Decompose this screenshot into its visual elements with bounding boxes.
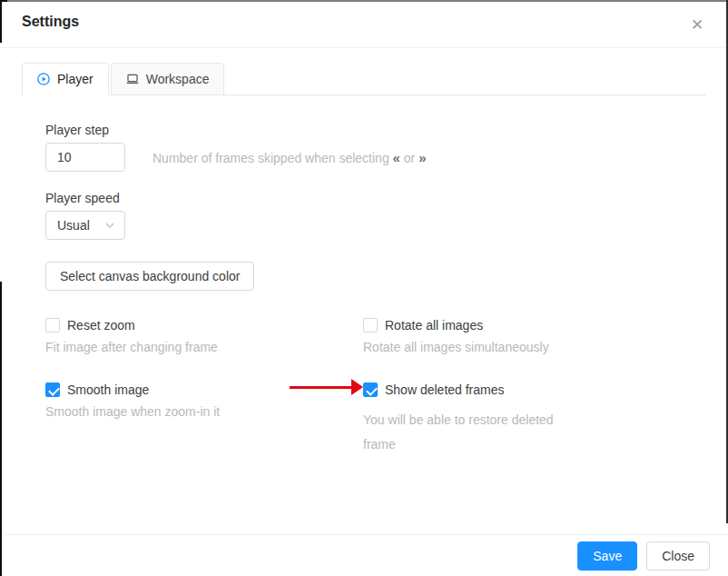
- rotate-all-images-checkbox[interactable]: [363, 318, 378, 333]
- player-speed-label: Player speed: [45, 191, 683, 205]
- settings-modal: { "window": { "title": "Settings" }, "he…: [0, 0, 728, 576]
- select-canvas-background-color-button[interactable]: Select canvas background color: [45, 262, 254, 291]
- forward-step-icon: »: [418, 150, 426, 165]
- rotate-all-images-label: Rotate all images: [385, 318, 483, 333]
- annotation-arrow-icon: [290, 379, 363, 395]
- show-deleted-frames-setting: Show deleted frames You will be able to …: [363, 380, 683, 457]
- screen-edge-artifact-top: [0, 0, 728, 2]
- close-icon[interactable]: ✕: [679, 7, 715, 42]
- show-deleted-frames-help: You will be able to restore deleted fram…: [363, 408, 554, 457]
- player-step-label: Player step: [45, 123, 683, 137]
- rotate-all-images-help: Rotate all images simultaneously: [363, 338, 683, 357]
- reset-zoom-label: Reset zoom: [67, 318, 135, 333]
- player-speed-value: Usual: [57, 218, 90, 233]
- reset-zoom-setting: Reset zoom Fit image after changing fram…: [45, 315, 363, 357]
- save-button[interactable]: Save: [577, 541, 637, 571]
- settings-tabbar: Player Workspace: [22, 63, 706, 95]
- close-button[interactable]: Close: [646, 541, 710, 571]
- play-circle-icon: [37, 73, 50, 85]
- tab-workspace[interactable]: Workspace: [111, 63, 225, 95]
- player-settings-panel: Player step Number of frames skipped whe…: [0, 95, 728, 457]
- rotate-all-images-setting: Rotate all images Rotate all images simu…: [363, 315, 683, 357]
- screen-edge-artifact-left-lower: [0, 282, 2, 576]
- modal-title: Settings: [22, 14, 79, 29]
- player-speed-select[interactable]: Usual: [45, 211, 125, 240]
- reset-zoom-help: Fit image after changing frame: [45, 338, 363, 357]
- show-deleted-frames-checkbox-row[interactable]: Show deleted frames: [363, 380, 683, 400]
- chevron-down-icon: [105, 223, 114, 228]
- smooth-image-checkbox[interactable]: [45, 382, 60, 397]
- checkbox-grid: Reset zoom Fit image after changing fram…: [45, 315, 683, 457]
- reset-zoom-checkbox-row[interactable]: Reset zoom: [45, 315, 363, 335]
- tab-player[interactable]: Player: [22, 63, 109, 95]
- rotate-all-images-checkbox-row[interactable]: Rotate all images: [363, 315, 683, 335]
- reset-zoom-checkbox[interactable]: [45, 318, 60, 333]
- modal-footer: Save Close: [0, 534, 728, 576]
- screen-edge-artifact-left-upper: [0, 0, 2, 43]
- modal-header: Settings ✕: [0, 0, 728, 48]
- laptop-icon: [126, 73, 139, 85]
- player-step-help: Number of frames skipped when selecting …: [152, 150, 427, 165]
- smooth-image-help: Smooth image when zoom-in it: [45, 402, 363, 422]
- tab-workspace-label: Workspace: [146, 72, 210, 86]
- show-deleted-frames-label: Show deleted frames: [385, 382, 505, 397]
- player-step-input[interactable]: [45, 143, 125, 172]
- backward-step-icon: «: [393, 150, 400, 165]
- show-deleted-frames-checkbox[interactable]: [363, 382, 378, 397]
- tab-player-label: Player: [57, 72, 93, 86]
- smooth-image-label: Smooth image: [67, 382, 149, 397]
